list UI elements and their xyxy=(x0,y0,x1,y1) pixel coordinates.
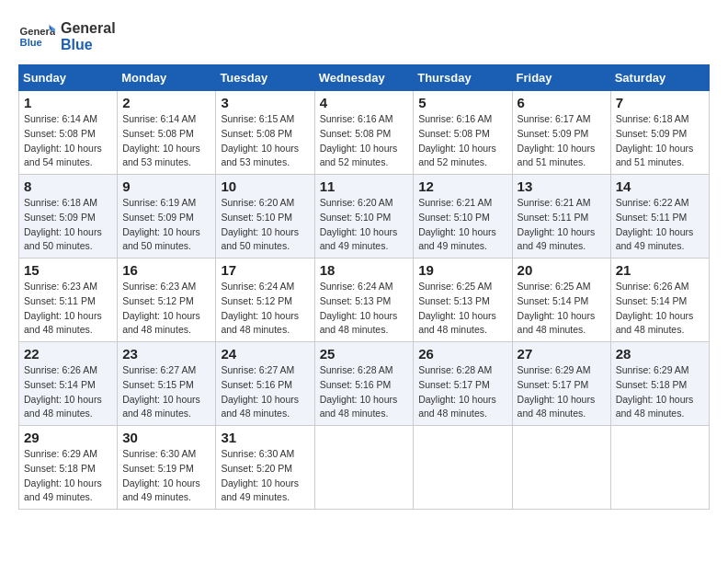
day-number: 13 xyxy=(518,178,606,194)
svg-text:Blue: Blue xyxy=(20,37,42,48)
day-number: 23 xyxy=(122,346,210,362)
day-number: 22 xyxy=(24,346,112,362)
day-number: 28 xyxy=(616,346,704,362)
day-info: Sunrise: 6:25 AM Sunset: 5:14 PM Dayligh… xyxy=(518,280,606,338)
calendar-day-cell: 5 Sunrise: 6:16 AM Sunset: 5:08 PM Dayli… xyxy=(414,91,512,175)
day-info: Sunrise: 6:20 AM Sunset: 5:10 PM Dayligh… xyxy=(320,196,409,254)
weekday-header-row: SundayMondayTuesdayWednesdayThursdayFrid… xyxy=(19,65,710,91)
day-info: Sunrise: 6:16 AM Sunset: 5:08 PM Dayligh… xyxy=(418,112,506,170)
calendar-day-cell: 16 Sunrise: 6:23 AM Sunset: 5:12 PM Dayl… xyxy=(118,259,216,342)
calendar-day-cell: 21 Sunrise: 6:26 AM Sunset: 5:14 PM Dayl… xyxy=(610,259,709,342)
day-number: 15 xyxy=(24,262,112,278)
calendar-day-cell: 19 Sunrise: 6:25 AM Sunset: 5:13 PM Dayl… xyxy=(414,259,512,342)
weekday-header-friday: Friday xyxy=(512,65,610,91)
empty-cell xyxy=(414,426,512,510)
day-number: 19 xyxy=(418,262,506,278)
day-info: Sunrise: 6:21 AM Sunset: 5:11 PM Dayligh… xyxy=(518,196,606,254)
day-number: 17 xyxy=(221,262,309,278)
empty-cell xyxy=(512,426,610,510)
day-info: Sunrise: 6:14 AM Sunset: 5:08 PM Dayligh… xyxy=(122,112,210,170)
weekday-header-wednesday: Wednesday xyxy=(314,65,414,91)
day-number: 5 xyxy=(418,95,506,110)
day-info: Sunrise: 6:30 AM Sunset: 5:20 PM Dayligh… xyxy=(221,447,309,505)
day-number: 11 xyxy=(320,178,409,194)
empty-cell xyxy=(610,426,709,510)
calendar-day-cell: 12 Sunrise: 6:21 AM Sunset: 5:10 PM Dayl… xyxy=(414,175,512,259)
calendar: SundayMondayTuesdayWednesdayThursdayFrid… xyxy=(18,64,710,510)
calendar-day-cell: 20 Sunrise: 6:25 AM Sunset: 5:14 PM Dayl… xyxy=(512,259,610,342)
calendar-day-cell: 28 Sunrise: 6:29 AM Sunset: 5:18 PM Dayl… xyxy=(610,342,709,426)
calendar-day-cell: 24 Sunrise: 6:27 AM Sunset: 5:16 PM Dayl… xyxy=(216,342,314,426)
calendar-day-cell: 25 Sunrise: 6:28 AM Sunset: 5:16 PM Dayl… xyxy=(314,342,414,426)
day-number: 8 xyxy=(24,178,112,194)
weekday-header-thursday: Thursday xyxy=(414,65,512,91)
day-info: Sunrise: 6:29 AM Sunset: 5:18 PM Dayligh… xyxy=(616,363,704,421)
calendar-day-cell: 6 Sunrise: 6:17 AM Sunset: 5:09 PM Dayli… xyxy=(512,91,610,175)
calendar-day-cell: 1 Sunrise: 6:14 AM Sunset: 5:08 PM Dayli… xyxy=(19,91,118,175)
day-number: 25 xyxy=(320,346,409,362)
day-info: Sunrise: 6:18 AM Sunset: 5:09 PM Dayligh… xyxy=(24,196,112,254)
day-number: 2 xyxy=(122,95,210,110)
calendar-day-cell: 18 Sunrise: 6:24 AM Sunset: 5:13 PM Dayl… xyxy=(314,259,414,342)
calendar-day-cell: 22 Sunrise: 6:26 AM Sunset: 5:14 PM Dayl… xyxy=(19,342,118,426)
calendar-day-cell: 15 Sunrise: 6:23 AM Sunset: 5:11 PM Dayl… xyxy=(19,259,118,342)
day-info: Sunrise: 6:21 AM Sunset: 5:10 PM Dayligh… xyxy=(418,196,506,254)
day-number: 31 xyxy=(221,430,309,445)
day-info: Sunrise: 6:20 AM Sunset: 5:10 PM Dayligh… xyxy=(221,196,309,254)
day-number: 18 xyxy=(320,262,409,278)
day-info: Sunrise: 6:26 AM Sunset: 5:14 PM Dayligh… xyxy=(24,363,112,421)
day-number: 6 xyxy=(518,95,606,110)
logo-icon: General Blue xyxy=(18,18,55,55)
day-info: Sunrise: 6:22 AM Sunset: 5:11 PM Dayligh… xyxy=(616,196,704,254)
weekday-header-monday: Monday xyxy=(118,65,216,91)
calendar-day-cell: 23 Sunrise: 6:27 AM Sunset: 5:15 PM Dayl… xyxy=(118,342,216,426)
calendar-day-cell: 7 Sunrise: 6:18 AM Sunset: 5:09 PM Dayli… xyxy=(610,91,709,175)
calendar-day-cell: 4 Sunrise: 6:16 AM Sunset: 5:08 PM Dayli… xyxy=(314,91,414,175)
weekday-header-saturday: Saturday xyxy=(610,65,709,91)
day-number: 10 xyxy=(221,178,309,194)
day-info: Sunrise: 6:26 AM Sunset: 5:14 PM Dayligh… xyxy=(616,280,704,338)
day-info: Sunrise: 6:25 AM Sunset: 5:13 PM Dayligh… xyxy=(418,280,506,338)
day-info: Sunrise: 6:29 AM Sunset: 5:17 PM Dayligh… xyxy=(518,363,606,421)
day-info: Sunrise: 6:18 AM Sunset: 5:09 PM Dayligh… xyxy=(616,112,704,170)
day-number: 1 xyxy=(24,95,112,110)
day-number: 21 xyxy=(616,262,704,278)
day-info: Sunrise: 6:15 AM Sunset: 5:08 PM Dayligh… xyxy=(221,112,309,170)
day-number: 20 xyxy=(518,262,606,278)
calendar-day-cell: 2 Sunrise: 6:14 AM Sunset: 5:08 PM Dayli… xyxy=(118,91,216,175)
logo-text: General Blue xyxy=(61,20,116,53)
calendar-week-row: 29 Sunrise: 6:29 AM Sunset: 5:18 PM Dayl… xyxy=(19,426,710,510)
day-number: 27 xyxy=(518,346,606,362)
day-info: Sunrise: 6:23 AM Sunset: 5:11 PM Dayligh… xyxy=(24,280,112,338)
day-number: 29 xyxy=(24,430,112,445)
weekday-header-tuesday: Tuesday xyxy=(216,65,314,91)
day-number: 7 xyxy=(616,95,704,110)
calendar-day-cell: 26 Sunrise: 6:28 AM Sunset: 5:17 PM Dayl… xyxy=(414,342,512,426)
calendar-day-cell: 9 Sunrise: 6:19 AM Sunset: 5:09 PM Dayli… xyxy=(118,175,216,259)
day-info: Sunrise: 6:14 AM Sunset: 5:08 PM Dayligh… xyxy=(24,112,112,170)
day-number: 4 xyxy=(320,95,409,110)
day-number: 3 xyxy=(221,95,309,110)
day-number: 9 xyxy=(122,178,210,194)
calendar-day-cell: 11 Sunrise: 6:20 AM Sunset: 5:10 PM Dayl… xyxy=(314,175,414,259)
calendar-day-cell: 3 Sunrise: 6:15 AM Sunset: 5:08 PM Dayli… xyxy=(216,91,314,175)
calendar-day-cell: 8 Sunrise: 6:18 AM Sunset: 5:09 PM Dayli… xyxy=(19,175,118,259)
day-info: Sunrise: 6:24 AM Sunset: 5:12 PM Dayligh… xyxy=(221,280,309,338)
day-info: Sunrise: 6:28 AM Sunset: 5:17 PM Dayligh… xyxy=(418,363,506,421)
day-info: Sunrise: 6:29 AM Sunset: 5:18 PM Dayligh… xyxy=(24,447,112,505)
day-number: 16 xyxy=(122,262,210,278)
calendar-day-cell: 31 Sunrise: 6:30 AM Sunset: 5:20 PM Dayl… xyxy=(216,426,314,510)
day-info: Sunrise: 6:24 AM Sunset: 5:13 PM Dayligh… xyxy=(320,280,409,338)
calendar-week-row: 22 Sunrise: 6:26 AM Sunset: 5:14 PM Dayl… xyxy=(19,342,710,426)
day-info: Sunrise: 6:30 AM Sunset: 5:19 PM Dayligh… xyxy=(122,447,210,505)
day-info: Sunrise: 6:17 AM Sunset: 5:09 PM Dayligh… xyxy=(518,112,606,170)
weekday-header-sunday: Sunday xyxy=(19,65,118,91)
calendar-day-cell: 17 Sunrise: 6:24 AM Sunset: 5:12 PM Dayl… xyxy=(216,259,314,342)
calendar-day-cell: 10 Sunrise: 6:20 AM Sunset: 5:10 PM Dayl… xyxy=(216,175,314,259)
calendar-week-row: 15 Sunrise: 6:23 AM Sunset: 5:11 PM Dayl… xyxy=(19,259,710,342)
calendar-week-row: 1 Sunrise: 6:14 AM Sunset: 5:08 PM Dayli… xyxy=(19,91,710,175)
day-info: Sunrise: 6:28 AM Sunset: 5:16 PM Dayligh… xyxy=(320,363,409,421)
day-info: Sunrise: 6:27 AM Sunset: 5:15 PM Dayligh… xyxy=(122,363,210,421)
calendar-day-cell: 29 Sunrise: 6:29 AM Sunset: 5:18 PM Dayl… xyxy=(19,426,118,510)
day-number: 14 xyxy=(616,178,704,194)
